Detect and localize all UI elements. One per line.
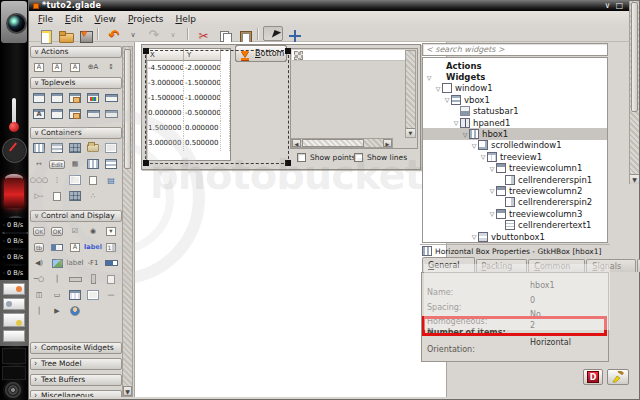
properties-tab[interactable]: General [422, 257, 475, 272]
palette-icon[interactable] [84, 106, 102, 122]
palette-icon[interactable]: ▤ [102, 172, 120, 188]
palette-icon[interactable]: ─○ [30, 271, 48, 287]
window-thumbnail[interactable] [3, 283, 25, 295]
table-row[interactable]: -3.000000 -1.500000 [147, 76, 230, 91]
palette-icon[interactable] [66, 188, 84, 204]
toolbar-button[interactable] [73, 26, 93, 41]
palette-section-text-buffers[interactable]: Text Buffers [30, 374, 122, 386]
palette-icon[interactable] [48, 106, 66, 122]
show-points-checkbox[interactable] [297, 153, 306, 162]
table-row[interactable]: -4.500000 -2.000000 [147, 61, 230, 76]
palette-icon[interactable]: OK [48, 223, 66, 239]
tree-scrollbar[interactable]: ▼ [629, 1, 639, 184]
palette-icon[interactable]: ▾ [102, 223, 120, 239]
tree-item[interactable]: statusbar1 [423, 106, 607, 117]
menu-item[interactable]: Edit [59, 13, 88, 25]
horizontal-scrollbar[interactable]: ◀ ▶ [291, 138, 393, 148]
palette-section-control-display[interactable]: Control and Display [30, 210, 122, 222]
palette-icon[interactable]: ☑ [66, 223, 84, 239]
property-control[interactable]: hbox1 [527, 280, 601, 293]
palette-icon[interactable]: ◀) [30, 255, 48, 271]
palette-icon[interactable] [66, 303, 84, 319]
toolbar-button[interactable] [213, 26, 233, 41]
palette-icon[interactable] [66, 106, 84, 122]
expander-icon[interactable] [425, 74, 433, 81]
palette-icon[interactable]: A [66, 239, 84, 255]
palette-icon[interactable]: ▶ [48, 303, 66, 319]
expander-icon[interactable] [470, 233, 478, 240]
toolbar-button[interactable] [97, 28, 99, 40]
tree-item[interactable]: hbox1 [423, 128, 607, 139]
toolbar-button[interactable] [263, 26, 283, 41]
palette-icon[interactable]: ▦ [66, 156, 84, 172]
thermometer-icon[interactable] [0, 96, 28, 136]
palette-icon[interactable] [102, 255, 120, 271]
palette-icon[interactable]: ○○○ [30, 172, 48, 188]
expander-icon[interactable] [443, 96, 451, 103]
tree-item[interactable]: treeview1 [423, 151, 607, 162]
palette-icon[interactable] [102, 90, 120, 106]
palette-icon[interactable] [102, 106, 120, 122]
brush-button[interactable] [607, 369, 629, 385]
tree-item[interactable]: cellrendererspin2 [423, 197, 607, 208]
palette-icon[interactable]: ↔ [30, 156, 48, 172]
toolbar-button[interactable] [53, 26, 73, 41]
vertical-scrollbar[interactable]: ▼ [405, 50, 416, 138]
expander-icon[interactable] [470, 142, 478, 149]
gauge-icon[interactable] [0, 136, 28, 172]
scrollbar-thumb[interactable] [302, 139, 364, 147]
tree-item[interactable]: treeviewcolumn3 [423, 208, 607, 219]
properties-tab[interactable]: Packing [476, 259, 528, 272]
palette-icon[interactable]: A [30, 59, 48, 75]
scroll-down-icon[interactable]: ▼ [406, 128, 415, 137]
toolbar-button[interactable] [103, 26, 123, 41]
toolbar-button[interactable] [143, 26, 163, 41]
tree-item[interactable]: window1 [423, 83, 607, 94]
scroll-down-icon[interactable]: ▼ [123, 386, 132, 396]
scrollbar-thumb[interactable] [631, 2, 638, 112]
scroll-right-icon[interactable]: ▶ [383, 139, 392, 147]
camera-icon[interactable] [1, 1, 27, 43]
palette-icon[interactable]: ▭ [48, 287, 66, 303]
toolbar-button[interactable] [123, 26, 143, 41]
palette-icon[interactable] [84, 156, 102, 172]
expander-icon[interactable] [434, 85, 442, 92]
scroll-down-icon[interactable]: ▼ [630, 174, 639, 184]
expander-icon[interactable] [488, 210, 496, 217]
palette-icon[interactable] [84, 90, 102, 106]
tree-item[interactable]: vbox1 [423, 94, 607, 105]
maximize-button[interactable]: □ [615, 0, 624, 11]
scrolled-area-body[interactable] [292, 61, 406, 138]
canvas-button[interactable]: Bottom [235, 45, 287, 62]
palette-icon[interactable] [66, 140, 84, 156]
shade-button[interactable]: ∨ [603, 0, 612, 11]
properties-tab[interactable]: Signals [586, 259, 636, 272]
tree-item[interactable]: Widgets [423, 71, 607, 82]
tree-item[interactable]: cellrendererspin1 [423, 174, 607, 185]
window-thumbnail[interactable] [3, 298, 25, 310]
palette-icon[interactable]: label [66, 255, 84, 271]
toolbar-button[interactable] [257, 28, 259, 40]
search-widgets-input[interactable] [422, 43, 608, 56]
dock-tray[interactable] [2, 366, 26, 380]
palette-icon[interactable]: ◉ [84, 223, 102, 239]
palette-icon[interactable]: -F1 [84, 255, 102, 271]
palette-icon[interactable]: ◫ [30, 287, 48, 303]
palette-icon[interactable] [84, 271, 102, 287]
window-thumbnail[interactable] [3, 313, 25, 327]
palette-icon[interactable] [66, 172, 84, 188]
palette-icon[interactable]: ⋮ [48, 172, 66, 188]
palette-section-actions[interactable]: Actions [30, 46, 122, 58]
toolbar-button[interactable] [233, 26, 253, 41]
palette-icon[interactable] [48, 140, 66, 156]
palette-icon[interactable]: A [30, 106, 48, 122]
show-lines-checkbox[interactable] [354, 153, 363, 162]
palette-icon[interactable] [66, 271, 84, 287]
expander-icon[interactable] [488, 187, 496, 194]
property-control[interactable]: 0 [527, 295, 601, 308]
expander-icon[interactable] [479, 153, 487, 160]
palette-icon[interactable] [102, 271, 120, 287]
toolbar-button[interactable] [187, 28, 189, 40]
tree-item[interactable]: treeviewcolumn1 [423, 163, 607, 174]
tree-item[interactable]: hpaned1 [423, 117, 607, 128]
